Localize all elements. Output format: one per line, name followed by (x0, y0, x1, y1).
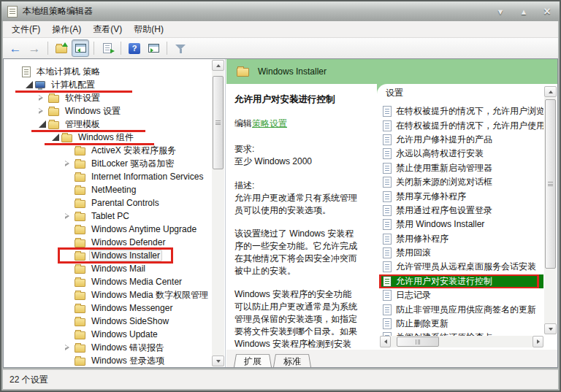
settings-item[interactable]: 允许用户修补提升的产品 (379, 133, 543, 147)
expand-arrow-icon[interactable] (39, 120, 46, 128)
tree-item[interactable]: Windows Installer (4, 249, 212, 262)
back-button[interactable]: ← (7, 39, 24, 57)
tree-item-label: Internet Information Services (89, 171, 205, 182)
maximize-button[interactable]: ▲ (517, 7, 530, 16)
pane-header-title: Windows Installer (258, 66, 327, 77)
folder-icon (75, 345, 85, 353)
help-button[interactable]: ? (126, 39, 143, 57)
scroll-down-button[interactable] (544, 323, 557, 334)
up-one-level-button[interactable] (53, 39, 70, 57)
tree-item[interactable]: Internet Information Services (4, 170, 212, 183)
settings-item[interactable]: 禁用通过程序包设置登录 (379, 204, 543, 218)
export-list-button[interactable] (99, 39, 116, 57)
toolbar-separator (167, 42, 167, 55)
show-console-tree-button[interactable] (72, 39, 89, 57)
tree-item-label: Windows 错误报告 (89, 341, 167, 355)
scroll-thumb[interactable] (545, 99, 556, 269)
expand-arrow-icon[interactable] (65, 161, 69, 166)
settings-column-header[interactable]: 设置 (377, 84, 557, 101)
show-console-tree-icon (75, 44, 86, 53)
tree-item[interactable]: Windows Media Center (4, 275, 212, 288)
expand-arrow-icon[interactable] (39, 95, 43, 101)
close-button[interactable]: × (541, 7, 554, 15)
settings-item[interactable]: 防止删除更新 (379, 317, 543, 331)
settings-item[interactable]: 允许管理员从远程桌面服务会话安装 (379, 260, 543, 274)
tree-item[interactable]: Windows Update (4, 328, 212, 341)
tree-item[interactable]: Windows 登录选项 (4, 354, 212, 367)
scroll-up-button[interactable] (212, 60, 224, 71)
tree-scrollbar[interactable] (212, 60, 224, 366)
settings-item[interactable]: 允许用户对安装进行控制 (379, 274, 543, 288)
help-icon: ? (129, 43, 140, 54)
expand-arrow-icon[interactable] (52, 134, 59, 141)
scroll-thumb[interactable] (213, 76, 224, 169)
scroll-down-button[interactable] (212, 356, 224, 366)
minimize-button[interactable]: ▼ (494, 7, 507, 16)
settings-item[interactable]: 日志记录 (379, 288, 543, 302)
expand-arrow-icon[interactable] (26, 81, 33, 88)
folder-icon (61, 134, 72, 142)
tree-item[interactable]: ActiveX 安装程序服务 (4, 144, 212, 157)
settings-horizontal-scrollbar[interactable] (380, 336, 543, 347)
tree-item[interactable]: 软件设置 (4, 91, 212, 104)
settings-item-label: 禁用通过程序包设置登录 (396, 204, 492, 217)
settings-item[interactable]: 禁用享元修补程序 (379, 189, 543, 203)
folder-icon (48, 121, 59, 129)
window-title: 本地组策略编辑器 (23, 5, 93, 18)
tree-item[interactable]: Parental Controls (4, 196, 212, 210)
tab-extended[interactable]: 扩展 (234, 353, 272, 367)
expand-arrow-icon[interactable] (65, 345, 69, 350)
settings-vertical-scrollbar[interactable] (544, 86, 557, 334)
settings-item[interactable]: 关闭新来源的浏览对话框 (379, 175, 543, 189)
menu-bar: 文件(F)操作(A)查看(V)帮助(H) (3, 21, 558, 38)
pane-header: Windows Installer (226, 59, 557, 84)
description-paragraph: 该设置绕过了 Windows 安装程序的一些安全功能。它允许完成在其他情况下将会… (234, 228, 358, 277)
expand-arrow-icon[interactable] (65, 213, 69, 219)
scroll-left-button[interactable] (380, 336, 391, 347)
settings-item-label: 禁用修补程序 (396, 233, 449, 245)
root-icon (22, 66, 31, 77)
show-window-button[interactable] (145, 39, 162, 57)
tree-item[interactable]: Windows Anytime Upgrade (4, 223, 212, 236)
forward-button[interactable]: → (26, 39, 43, 57)
settings-item[interactable]: 禁止使用重新启动管理器 (379, 161, 543, 175)
tree-item[interactable]: 本地计算机 策略 (4, 65, 212, 78)
scroll-thumb[interactable] (397, 337, 439, 347)
tree-item[interactable]: BitLocker 驱动器加密 (4, 157, 212, 170)
tree-item[interactable]: Windows Media 数字权限管理 (4, 288, 212, 301)
tree-item[interactable]: Tablet PC (4, 210, 212, 223)
settings-item[interactable]: 防止非管理员应用供应商签名的更新 (379, 302, 543, 316)
menu-item[interactable]: 操作(A) (46, 21, 87, 38)
menu-item[interactable]: 帮助(H) (128, 21, 169, 38)
settings-item[interactable]: 在特权被提升的情况下，允许用户使用 (379, 118, 543, 132)
scroll-up-button[interactable] (544, 86, 557, 97)
settings-item[interactable]: 禁用修补程序 (379, 232, 543, 246)
settings-item-label: 关闭新来源的浏览对话框 (396, 176, 492, 188)
policy-icon (383, 148, 392, 159)
folder-icon (75, 305, 85, 313)
menu-item[interactable]: 查看(V) (87, 21, 128, 38)
expand-arrow-icon[interactable] (39, 108, 43, 114)
tree-item[interactable]: 管理模板 (4, 118, 212, 131)
tree-item[interactable]: Windows Messenger (4, 301, 212, 315)
scroll-right-button[interactable] (533, 336, 543, 347)
tree-item[interactable]: Windows 错误报告 (4, 341, 212, 354)
menu-item[interactable]: 文件(F) (6, 21, 46, 38)
tree-item-label: Windows Media Center (89, 276, 184, 288)
filter-icon (175, 43, 186, 54)
tree-item[interactable]: Windows 设置 (4, 104, 212, 118)
settings-item-label: 防止删除更新 (396, 318, 449, 330)
filter-button[interactable] (172, 39, 189, 57)
tree-item[interactable]: 计算机配置 (4, 78, 212, 91)
tree-item[interactable]: NetMeeting (4, 183, 212, 196)
edit-policy-setting-link[interactable]: 策略设置 (252, 118, 287, 128)
tab-standard[interactable]: 标准 (273, 353, 311, 367)
settings-item[interactable]: 禁用回滚 (379, 246, 543, 260)
settings-item[interactable]: 禁用 Windows Installer (379, 218, 543, 231)
policy-icon (383, 134, 392, 145)
settings-item[interactable]: 在特权被提升的情况下，允许用户浏览 (379, 104, 543, 118)
tree-item[interactable]: Windows Mail (4, 262, 212, 275)
tree-item[interactable]: Windows SideShow (4, 315, 212, 328)
tree-item[interactable]: Windows 组件 (4, 131, 212, 144)
settings-item[interactable]: 永远以高特权进行安装 (379, 147, 543, 161)
